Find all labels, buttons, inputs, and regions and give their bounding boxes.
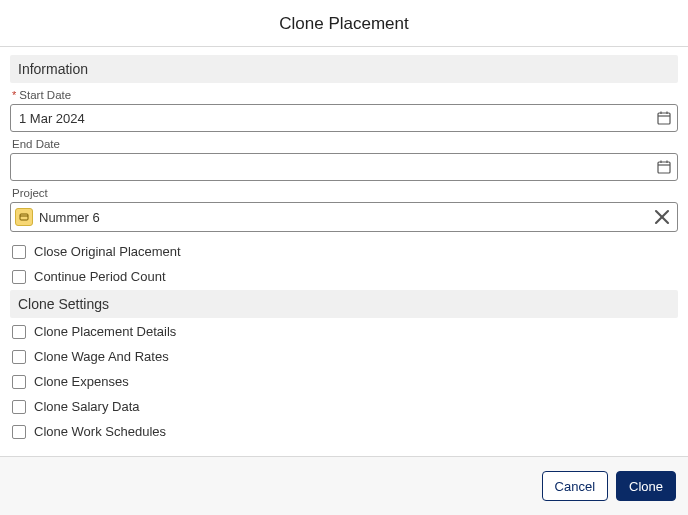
clone-button[interactable]: Clone <box>616 471 676 501</box>
dialog-title: Clone Placement <box>0 0 688 46</box>
checkbox-label: Clone Salary Data <box>34 399 140 414</box>
checkbox[interactable] <box>12 245 26 259</box>
end-date-label: End Date <box>12 138 678 150</box>
checkbox[interactable] <box>12 270 26 284</box>
project-icon <box>15 208 33 226</box>
checkbox-row-clone-wage[interactable]: Clone Wage And Rates <box>10 345 678 368</box>
end-date-field <box>10 153 678 181</box>
checkbox-row-clone-schedules[interactable]: Clone Work Schedules <box>10 420 678 443</box>
svg-rect-8 <box>20 214 28 220</box>
clone-placement-dialog: Clone Placement Information Start Date E… <box>0 0 688 515</box>
checkbox-row-close-original[interactable]: Close Original Placement <box>10 240 678 263</box>
checkbox[interactable] <box>12 375 26 389</box>
checkbox-row-continue-period[interactable]: Continue Period Count <box>10 265 678 288</box>
checkbox[interactable] <box>12 425 26 439</box>
checkbox-row-clone-salary[interactable]: Clone Salary Data <box>10 395 678 418</box>
project-value: Nummer 6 <box>39 210 100 225</box>
checkbox-label: Close Original Placement <box>34 244 181 259</box>
start-date-input[interactable] <box>10 104 678 132</box>
section-header-information: Information <box>10 55 678 83</box>
checkbox-label: Continue Period Count <box>34 269 166 284</box>
svg-rect-4 <box>658 162 670 173</box>
svg-rect-0 <box>658 113 670 124</box>
checkbox-label: Clone Work Schedules <box>34 424 166 439</box>
checkbox-row-clone-expenses[interactable]: Clone Expenses <box>10 370 678 393</box>
checkbox-label: Clone Expenses <box>34 374 129 389</box>
checkbox-row-clone-details[interactable]: Clone Placement Details <box>10 320 678 343</box>
checkbox[interactable] <box>12 400 26 414</box>
checkbox-label: Clone Placement Details <box>34 324 176 339</box>
calendar-icon[interactable] <box>656 159 672 175</box>
project-label: Project <box>12 187 678 199</box>
start-date-label: Start Date <box>12 89 678 101</box>
calendar-icon[interactable] <box>656 110 672 126</box>
project-input[interactable]: Nummer 6 <box>10 202 678 232</box>
checkbox[interactable] <box>12 325 26 339</box>
cancel-button[interactable]: Cancel <box>542 471 608 501</box>
dialog-footer: Cancel Clone <box>0 456 688 515</box>
checkbox[interactable] <box>12 350 26 364</box>
clear-icon[interactable] <box>653 208 671 226</box>
checkbox-label: Clone Wage And Rates <box>34 349 169 364</box>
start-date-field <box>10 104 678 132</box>
section-header-clone-settings: Clone Settings <box>10 290 678 318</box>
end-date-input[interactable] <box>10 153 678 181</box>
dialog-body: Information Start Date End Date <box>0 47 688 456</box>
